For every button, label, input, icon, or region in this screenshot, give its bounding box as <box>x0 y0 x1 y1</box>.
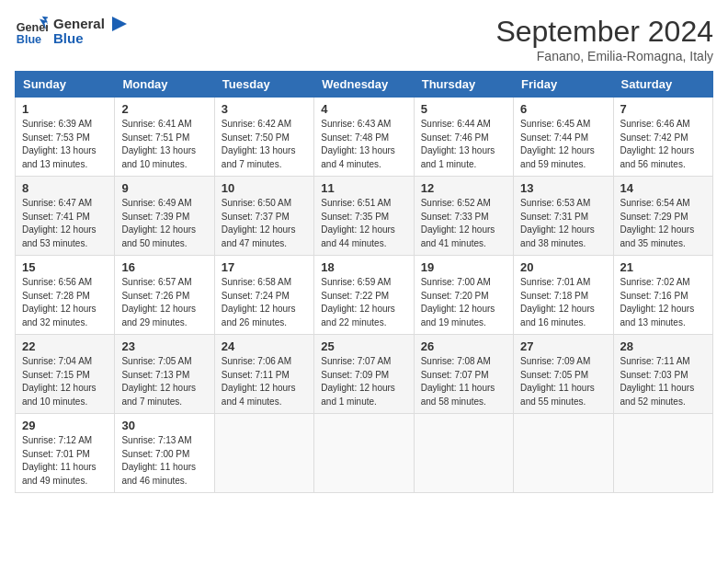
calendar-cell: 9Sunrise: 6:49 AMSunset: 7:39 PMDaylight… <box>115 177 214 256</box>
day-number: 6 <box>520 102 606 116</box>
calendar-cell: 1Sunrise: 6:39 AMSunset: 7:53 PMDaylight… <box>16 98 115 177</box>
calendar-cell: 5Sunrise: 6:44 AMSunset: 7:46 PMDaylight… <box>414 98 513 177</box>
calendar-cell <box>613 414 712 493</box>
calendar-cell: 21Sunrise: 7:02 AMSunset: 7:16 PMDayligh… <box>613 256 712 335</box>
day-number: 28 <box>620 339 706 353</box>
day-info: Sunrise: 7:09 AMSunset: 7:05 PMDaylight:… <box>520 355 606 408</box>
day-number: 20 <box>520 260 606 274</box>
svg-marker-4 <box>112 17 127 31</box>
calendar-week-row: 8Sunrise: 6:47 AMSunset: 7:41 PMDaylight… <box>16 177 713 256</box>
day-info: Sunrise: 7:05 AMSunset: 7:13 PMDaylight:… <box>121 355 207 408</box>
day-info: Sunrise: 7:12 AMSunset: 7:01 PMDaylight:… <box>22 434 108 488</box>
logo-text-blue: Blue <box>53 31 105 47</box>
day-number: 18 <box>321 260 406 274</box>
day-info: Sunrise: 6:52 AMSunset: 7:33 PMDaylight:… <box>421 197 506 250</box>
calendar-cell: 22Sunrise: 7:04 AMSunset: 7:15 PMDayligh… <box>16 335 115 414</box>
calendar-cell: 28Sunrise: 7:11 AMSunset: 7:03 PMDayligh… <box>613 335 712 414</box>
day-number: 15 <box>22 260 108 274</box>
day-number: 14 <box>620 181 706 195</box>
logo-icon: General Blue <box>15 15 48 48</box>
calendar-cell <box>514 414 613 493</box>
calendar-cell <box>214 414 313 493</box>
day-info: Sunrise: 7:04 AMSunset: 7:15 PMDaylight:… <box>22 355 108 408</box>
calendar-cell: 15Sunrise: 6:56 AMSunset: 7:28 PMDayligh… <box>16 256 115 335</box>
day-info: Sunrise: 7:02 AMSunset: 7:16 PMDaylight:… <box>620 276 706 329</box>
month-title: September 2024 <box>495 15 713 49</box>
day-number: 7 <box>620 102 706 116</box>
day-info: Sunrise: 6:45 AMSunset: 7:44 PMDaylight:… <box>520 118 606 171</box>
logo-flag-icon <box>110 17 129 37</box>
day-info: Sunrise: 6:42 AMSunset: 7:50 PMDaylight:… <box>222 118 307 171</box>
calendar-cell: 4Sunrise: 6:43 AMSunset: 7:48 PMDaylight… <box>314 98 414 177</box>
calendar-cell <box>414 414 513 493</box>
day-info: Sunrise: 6:44 AMSunset: 7:46 PMDaylight:… <box>421 118 506 171</box>
calendar-week-row: 29Sunrise: 7:12 AMSunset: 7:01 PMDayligh… <box>16 414 713 493</box>
day-info: Sunrise: 6:49 AMSunset: 7:39 PMDaylight:… <box>121 197 207 250</box>
location-subtitle: Fanano, Emilia-Romagna, Italy <box>495 49 713 63</box>
day-info: Sunrise: 6:51 AMSunset: 7:35 PMDaylight:… <box>321 197 406 250</box>
day-info: Sunrise: 6:59 AMSunset: 7:22 PMDaylight:… <box>321 276 406 329</box>
col-header-tuesday: Tuesday <box>214 72 313 98</box>
day-number: 17 <box>222 260 307 274</box>
calendar-cell: 7Sunrise: 6:46 AMSunset: 7:42 PMDaylight… <box>613 98 712 177</box>
day-info: Sunrise: 7:07 AMSunset: 7:09 PMDaylight:… <box>321 355 406 408</box>
day-info: Sunrise: 6:54 AMSunset: 7:29 PMDaylight:… <box>620 197 706 250</box>
day-number: 27 <box>520 339 606 353</box>
col-header-sunday: Sunday <box>16 72 115 98</box>
calendar-cell: 12Sunrise: 6:52 AMSunset: 7:33 PMDayligh… <box>414 177 513 256</box>
day-number: 9 <box>121 181 207 195</box>
calendar-cell: 26Sunrise: 7:08 AMSunset: 7:07 PMDayligh… <box>414 335 513 414</box>
title-section: September 2024 Fanano, Emilia-Romagna, I… <box>495 15 713 63</box>
calendar-cell: 17Sunrise: 6:58 AMSunset: 7:24 PMDayligh… <box>214 256 313 335</box>
day-info: Sunrise: 7:06 AMSunset: 7:11 PMDaylight:… <box>222 355 307 408</box>
calendar-cell: 27Sunrise: 7:09 AMSunset: 7:05 PMDayligh… <box>514 335 613 414</box>
day-info: Sunrise: 7:13 AMSunset: 7:00 PMDaylight:… <box>121 434 207 488</box>
calendar-cell: 20Sunrise: 7:01 AMSunset: 7:18 PMDayligh… <box>514 256 613 335</box>
logo: General Blue General Blue <box>15 15 129 48</box>
day-info: Sunrise: 6:50 AMSunset: 7:37 PMDaylight:… <box>222 197 307 250</box>
day-number: 11 <box>321 181 406 195</box>
day-number: 29 <box>22 419 108 432</box>
calendar-cell: 2Sunrise: 6:41 AMSunset: 7:51 PMDaylight… <box>115 98 214 177</box>
calendar-week-row: 15Sunrise: 6:56 AMSunset: 7:28 PMDayligh… <box>16 256 713 335</box>
day-number: 25 <box>321 339 406 353</box>
day-info: Sunrise: 6:57 AMSunset: 7:26 PMDaylight:… <box>121 276 207 329</box>
day-info: Sunrise: 6:47 AMSunset: 7:41 PMDaylight:… <box>22 197 108 250</box>
day-info: Sunrise: 6:46 AMSunset: 7:42 PMDaylight:… <box>620 118 706 171</box>
calendar-cell: 3Sunrise: 6:42 AMSunset: 7:50 PMDaylight… <box>214 98 313 177</box>
calendar-header-row: SundayMondayTuesdayWednesdayThursdayFrid… <box>16 72 713 98</box>
day-info: Sunrise: 6:39 AMSunset: 7:53 PMDaylight:… <box>22 118 108 171</box>
day-number: 30 <box>121 419 207 432</box>
day-number: 21 <box>620 260 706 274</box>
col-header-thursday: Thursday <box>414 72 513 98</box>
day-info: Sunrise: 6:53 AMSunset: 7:31 PMDaylight:… <box>520 197 606 250</box>
calendar-cell <box>314 414 414 493</box>
day-number: 12 <box>421 181 506 195</box>
calendar-cell: 16Sunrise: 6:57 AMSunset: 7:26 PMDayligh… <box>115 256 214 335</box>
day-number: 8 <box>22 181 108 195</box>
day-number: 5 <box>421 102 506 116</box>
day-info: Sunrise: 6:43 AMSunset: 7:48 PMDaylight:… <box>321 118 406 171</box>
day-info: Sunrise: 6:58 AMSunset: 7:24 PMDaylight:… <box>222 276 307 329</box>
col-header-saturday: Saturday <box>613 72 712 98</box>
calendar-week-row: 22Sunrise: 7:04 AMSunset: 7:15 PMDayligh… <box>16 335 713 414</box>
page-header: General Blue General Blue September 2024… <box>15 15 713 63</box>
calendar-table: SundayMondayTuesdayWednesdayThursdayFrid… <box>15 71 713 493</box>
day-info: Sunrise: 6:41 AMSunset: 7:51 PMDaylight:… <box>121 118 207 171</box>
day-number: 23 <box>121 339 207 353</box>
day-number: 3 <box>222 102 307 116</box>
calendar-cell: 13Sunrise: 6:53 AMSunset: 7:31 PMDayligh… <box>514 177 613 256</box>
calendar-cell: 25Sunrise: 7:07 AMSunset: 7:09 PMDayligh… <box>314 335 414 414</box>
calendar-cell: 11Sunrise: 6:51 AMSunset: 7:35 PMDayligh… <box>314 177 414 256</box>
calendar-cell: 24Sunrise: 7:06 AMSunset: 7:11 PMDayligh… <box>214 335 313 414</box>
calendar-cell: 14Sunrise: 6:54 AMSunset: 7:29 PMDayligh… <box>613 177 712 256</box>
day-info: Sunrise: 7:11 AMSunset: 7:03 PMDaylight:… <box>620 355 706 408</box>
day-info: Sunrise: 7:00 AMSunset: 7:20 PMDaylight:… <box>421 276 506 329</box>
day-number: 22 <box>22 339 108 353</box>
calendar-cell: 30Sunrise: 7:13 AMSunset: 7:00 PMDayligh… <box>115 414 214 493</box>
calendar-cell: 8Sunrise: 6:47 AMSunset: 7:41 PMDaylight… <box>16 177 115 256</box>
day-info: Sunrise: 7:08 AMSunset: 7:07 PMDaylight:… <box>421 355 506 408</box>
day-number: 24 <box>222 339 307 353</box>
col-header-wednesday: Wednesday <box>314 72 414 98</box>
calendar-cell: 6Sunrise: 6:45 AMSunset: 7:44 PMDaylight… <box>514 98 613 177</box>
